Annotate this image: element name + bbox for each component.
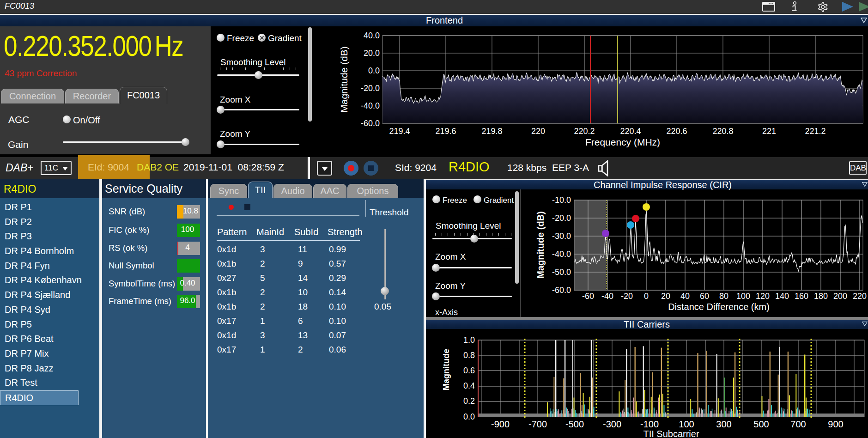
svg-text:-100: -100	[640, 419, 659, 429]
svg-text:-40.0: -40.0	[552, 249, 571, 259]
svg-text:0.6: 0.6	[463, 366, 475, 375]
svg-text:219.6: 219.6	[435, 127, 456, 136]
svg-text:0.0: 0.0	[368, 66, 380, 75]
svg-text:Magnitude: Magnitude	[442, 349, 451, 390]
svg-text:200: 200	[833, 292, 847, 301]
svg-text:20.0: 20.0	[364, 49, 380, 58]
svg-text:Distance Difference (km): Distance Difference (km)	[668, 302, 770, 312]
svg-text:20: 20	[661, 292, 670, 301]
svg-text:220.4: 220.4	[620, 127, 641, 136]
svg-text:180: 180	[814, 292, 828, 301]
svg-text:-300: -300	[603, 419, 621, 429]
svg-text:0.0: 0.0	[463, 412, 475, 421]
svg-text:0.8: 0.8	[463, 351, 475, 360]
svg-text:-60.0: -60.0	[552, 286, 571, 295]
svg-text:220.2: 220.2	[574, 127, 595, 136]
svg-text:219.8: 219.8	[481, 127, 502, 136]
svg-text:-20.0: -20.0	[552, 213, 571, 223]
svg-text:60: 60	[700, 292, 709, 301]
svg-text:-60.0: -60.0	[361, 119, 380, 128]
svg-text:Frequency (MHz): Frequency (MHz)	[585, 137, 660, 147]
svg-text:221: 221	[762, 127, 776, 136]
svg-text:TII Subcarrier: TII Subcarrier	[643, 429, 699, 438]
svg-text:-700: -700	[528, 419, 547, 429]
svg-text:1.0: 1.0	[463, 335, 475, 345]
svg-text:220.8: 220.8	[712, 127, 733, 136]
svg-text:220: 220	[531, 127, 545, 136]
svg-text:900: 900	[828, 419, 843, 429]
svg-text:Magnitude (dB): Magnitude (dB)	[535, 211, 546, 279]
svg-text:100: 100	[679, 419, 694, 429]
svg-text:40.0: 40.0	[364, 31, 380, 40]
svg-text:120: 120	[756, 292, 770, 301]
svg-text:-20: -20	[621, 292, 633, 301]
svg-text:-10.0: -10.0	[552, 195, 571, 205]
svg-text:0: 0	[644, 292, 649, 301]
svg-text:500: 500	[753, 419, 769, 429]
svg-text:-20.0: -20.0	[361, 84, 380, 93]
svg-text:140: 140	[775, 292, 789, 301]
svg-text:-50.0: -50.0	[552, 268, 571, 277]
svg-text:0.4: 0.4	[463, 381, 475, 390]
svg-text:Magnitude (dB): Magnitude (dB)	[339, 46, 349, 113]
svg-text:220: 220	[853, 292, 867, 301]
svg-text:-500: -500	[565, 419, 584, 429]
svg-text:40: 40	[680, 292, 690, 301]
svg-text:219.4: 219.4	[389, 127, 410, 136]
svg-text:221.2: 221.2	[805, 127, 826, 136]
svg-text:-30.0: -30.0	[552, 231, 571, 241]
svg-text:700: 700	[790, 419, 806, 429]
svg-text:-60: -60	[582, 292, 594, 301]
svg-text:220.6: 220.6	[666, 127, 687, 136]
svg-text:160: 160	[795, 292, 808, 301]
svg-text:0.2: 0.2	[463, 396, 475, 406]
svg-text:-40.0: -40.0	[361, 101, 380, 110]
svg-text:-40: -40	[601, 292, 613, 301]
svg-text:-900: -900	[491, 419, 510, 429]
svg-text:80: 80	[719, 292, 728, 301]
svg-text:300: 300	[716, 419, 731, 429]
svg-text:100: 100	[736, 292, 750, 301]
